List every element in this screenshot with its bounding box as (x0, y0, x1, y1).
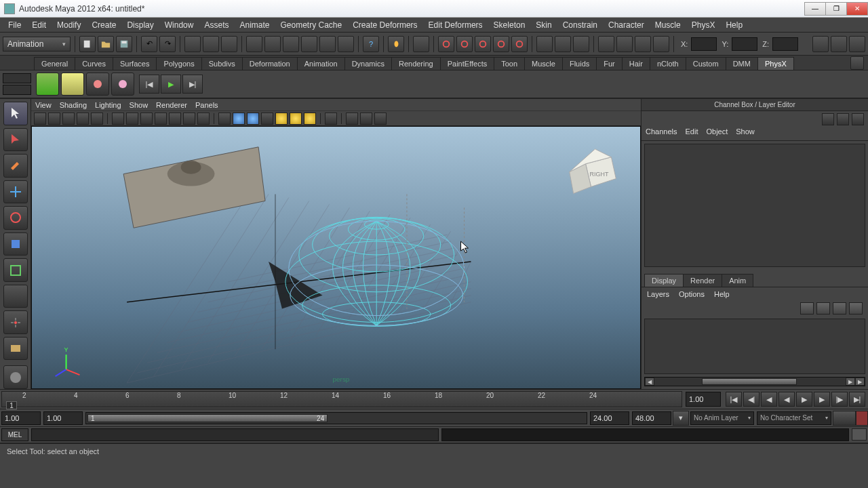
menu-skeleton[interactable]: Skeleton (488, 20, 531, 30)
ipr-icon[interactable] (438, 36, 454, 52)
range-end-inner-field[interactable]: 24.00 (590, 411, 629, 425)
current-time-marker[interactable]: 1 (6, 401, 17, 409)
vp-camera-select-icon[interactable] (34, 113, 46, 125)
layer-menu-options[interactable]: Options (679, 290, 705, 298)
vp-menu-renderer[interactable]: Renderer (156, 101, 187, 109)
channel-list[interactable] (644, 144, 865, 267)
range-slider[interactable]: 1 24 (85, 412, 587, 424)
speed-icon[interactable] (837, 113, 849, 125)
rotate-tool[interactable] (3, 206, 28, 230)
menu-help[interactable]: Help (720, 20, 748, 30)
scale-tool[interactable] (3, 232, 28, 256)
shelf-tab-rendering[interactable]: Rendering (391, 57, 441, 70)
help-icon[interactable]: ? (363, 36, 379, 52)
scroll-end-icon[interactable]: ▶ (855, 378, 865, 386)
layer-tab-anim[interactable]: Anim (722, 274, 753, 287)
module-dropdown[interactable]: Animation (3, 37, 71, 52)
channel-box-toggle-icon[interactable] (849, 36, 865, 52)
cb-tab-edit[interactable]: Edit (685, 127, 698, 140)
range-start-outer-field[interactable]: 1.00 (1, 411, 41, 425)
shelf-tab-physx[interactable]: PhysX (757, 57, 794, 70)
range-start-inner-field[interactable]: 1.00 (43, 411, 83, 425)
play-button[interactable]: ▶ (161, 75, 181, 94)
menu-display[interactable]: Display (121, 20, 159, 30)
batch-render-icon[interactable] (493, 36, 509, 52)
universal-manip-tool[interactable] (3, 258, 28, 282)
physx-nvidia-icon[interactable] (36, 73, 59, 96)
x-input[interactable] (691, 37, 717, 51)
play-backward-button[interactable]: ◀ (778, 392, 795, 407)
character-set-dropdown[interactable]: No Character Set (757, 411, 831, 425)
vp-xray-joints-icon[interactable] (360, 113, 372, 125)
vp-res-gate-icon[interactable] (140, 113, 153, 125)
y-input[interactable] (732, 37, 757, 51)
hyper-icon[interactable] (852, 113, 864, 125)
set-key-button[interactable] (856, 411, 868, 426)
menu-assets[interactable]: Assets (199, 20, 234, 30)
maximize-button[interactable]: ❐ (825, 2, 847, 16)
layer-tab-render[interactable]: Render (683, 274, 722, 287)
play-forward-button[interactable]: ▶ (796, 392, 812, 407)
shelf-menu-icon[interactable] (3, 73, 31, 83)
menu-geometry-cache[interactable]: Geometry Cache (275, 20, 348, 30)
vp-use-lights-icon[interactable] (261, 113, 273, 125)
snap-live-icon[interactable] (319, 36, 336, 52)
step-back-key-button[interactable]: ◀| (743, 392, 760, 407)
shelf-tab-muscle[interactable]: Muscle (524, 57, 563, 70)
layer-move-up-icon[interactable] (800, 302, 814, 314)
menu-muscle[interactable]: Muscle (650, 20, 686, 30)
vp-camera-attr-icon[interactable] (48, 113, 60, 125)
rewind-start-button[interactable]: |◀ (139, 75, 159, 94)
step-forward-button[interactable]: ▶ (814, 392, 830, 407)
hypershade-icon[interactable] (598, 36, 614, 52)
shelf-tab-fluids[interactable]: Fluids (562, 57, 597, 70)
panel-layout2-icon[interactable] (555, 36, 571, 52)
snap-plane-icon[interactable] (301, 36, 317, 52)
menu-constrain[interactable]: Constrain (557, 20, 603, 30)
attribute-editor-toggle-icon[interactable] (812, 36, 829, 52)
perspective-viewport[interactable]: Y RIGHT persp (31, 126, 641, 389)
lasso-tool[interactable] (3, 128, 28, 152)
cb-tab-object[interactable]: Object (706, 127, 728, 140)
shelf-tab-general[interactable]: General (34, 57, 75, 70)
panel-layout-icon[interactable] (536, 36, 553, 52)
shelf-tab-deformation[interactable]: Deformation (242, 57, 298, 70)
cmd-input[interactable] (31, 428, 439, 441)
physx-rigid-icon[interactable] (86, 73, 109, 96)
panel-layout3-icon[interactable] (573, 36, 589, 52)
vp-exposure-icon[interactable] (374, 113, 387, 125)
range-menu-icon[interactable]: ▾ (673, 411, 689, 426)
vp-grid-icon[interactable] (112, 113, 124, 125)
save-scene-icon[interactable] (116, 36, 132, 52)
vp-film-gate-icon[interactable] (126, 113, 138, 125)
step-forward-key-button[interactable]: |▶ (831, 392, 848, 407)
shelf-tab-dynamics[interactable]: Dynamics (344, 57, 392, 70)
vp-bookmark-icon[interactable] (62, 113, 75, 125)
outliner-icon[interactable] (635, 36, 651, 52)
snap-grid-icon[interactable] (246, 36, 262, 52)
auto-key-button[interactable] (833, 411, 856, 426)
vp-menu-panels[interactable]: Panels (195, 101, 218, 109)
shelf-tab-animation[interactable]: Animation (297, 57, 345, 70)
vp-safe-action-icon[interactable] (183, 113, 195, 125)
menu-modify[interactable]: Modify (52, 20, 86, 30)
vp-wireframe-icon[interactable] (218, 113, 231, 125)
select-hierarchy-icon[interactable] (184, 36, 201, 52)
select-tool[interactable] (3, 102, 28, 125)
current-time-field[interactable]: 1.00 (686, 392, 721, 407)
script-editor-icon[interactable] (653, 36, 669, 52)
cmd-language-label[interactable]: MEL (1, 428, 28, 441)
snap-view-icon[interactable] (338, 36, 354, 52)
vp-textured-icon[interactable] (247, 113, 259, 125)
shelf-tab-subdivs[interactable]: Subdivs (201, 57, 243, 70)
forward-end-button[interactable]: ▶| (182, 75, 203, 94)
undo-icon[interactable]: ↶ (141, 36, 157, 52)
minimize-button[interactable]: — (804, 2, 826, 16)
script-editor-button[interactable] (852, 428, 867, 441)
render-frame-icon[interactable] (413, 36, 429, 52)
move-tool[interactable] (3, 180, 28, 204)
goto-start-button[interactable]: |◀ (726, 392, 742, 407)
last-tool[interactable] (3, 337, 28, 361)
vp-gate-mask-icon[interactable] (155, 113, 167, 125)
vp-ao-icon[interactable] (304, 113, 316, 125)
